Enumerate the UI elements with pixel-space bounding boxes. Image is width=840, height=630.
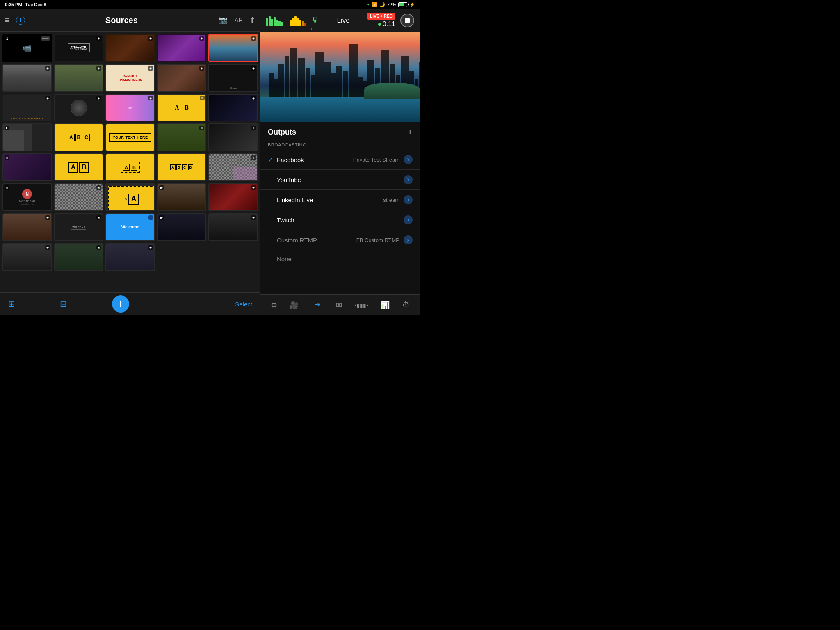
facebook-chevron[interactable]: › (404, 155, 413, 164)
facebook-detail: Private Test Stream (353, 157, 399, 163)
stop-icon (405, 18, 410, 23)
af-label[interactable]: AF (235, 17, 242, 23)
source-thumb[interactable]: ◈ (54, 94, 104, 122)
source-thumb[interactable]: 1 📹 ▬▬ (2, 34, 52, 62)
youtube-chevron[interactable]: › (404, 175, 413, 184)
output-row-youtube[interactable]: YouTube › (260, 170, 420, 190)
water (260, 97, 420, 122)
source-thumb[interactable]: ▶ (157, 183, 207, 211)
source-thumb[interactable]: ◈ (2, 64, 52, 92)
source-thumb[interactable]: B A (105, 183, 155, 211)
wifi-signal: 📶 (372, 2, 377, 7)
source-thumb[interactable]: ◈ jacy (105, 94, 155, 122)
source-thumb[interactable]: ◈ WELCOME TO THE SHOW (54, 34, 104, 62)
left-header: ≡ i Sources 📷 AF ⬆ (0, 9, 260, 32)
share-icon[interactable]: ⬆ (249, 16, 256, 25)
output-icon: ⇥ (314, 300, 320, 309)
right-panel: 🎙 Live LIVE + REC 0:11 → (260, 9, 420, 315)
output-row-twitch[interactable]: Twitch › (260, 210, 420, 230)
live-timer: 0:11 (383, 21, 395, 28)
camera-tab-icon: 🎥 (290, 301, 299, 310)
source-thumb[interactable]: ◈ (2, 153, 52, 181)
add-source-button[interactable]: + (112, 295, 129, 313)
tab-camera[interactable]: 🎥 (290, 301, 299, 310)
welcome-text: Welcome (121, 225, 139, 229)
settings-icon: ⚙ (271, 301, 277, 310)
source-thumb[interactable]: ◈ (105, 243, 155, 271)
tab-audio-viz[interactable]: ▪▮▮▮▪ (354, 302, 368, 308)
source-thumb[interactable]: ▶ (2, 123, 52, 151)
source-thumb-selected[interactable]: ◈ (208, 34, 258, 62)
left-bottom-bar: ⊞ ⊟ + Select (0, 292, 260, 315)
source-thumb[interactable]: ◈ (2, 213, 52, 241)
tab-message[interactable]: ✉ (336, 301, 342, 310)
linkedin-detail: stream (383, 197, 399, 203)
panel-title: Sources (32, 16, 212, 25)
source-thumb[interactable]: ◈ A B (157, 94, 207, 122)
linkedin-label: LinkedIn Live (277, 196, 383, 203)
skyline-preview (260, 32, 420, 122)
menu-icon[interactable]: ≡ (5, 16, 9, 25)
stop-button[interactable] (400, 14, 414, 27)
rtmp-label: Custom RTMP (277, 237, 356, 244)
vu-meter-green (266, 15, 283, 26)
tab-chart[interactable]: 📊 (381, 301, 390, 310)
facebook-label: Facebook (277, 156, 353, 163)
right-top-bar: 🎙 Live LIVE + REC 0:11 (260, 9, 420, 32)
source-thumb[interactable]: ◈ N NORAEBAR Noraebar.com (2, 183, 52, 211)
broadcasting-label: BROADCASTING (260, 142, 420, 150)
output-row-none[interactable]: None (260, 250, 420, 268)
source-thumb[interactable]: ◈ (208, 183, 258, 211)
grid-view-icon[interactable]: ⊞ (8, 299, 15, 309)
source-thumb[interactable]: A B C D (157, 153, 207, 181)
linkedin-chevron[interactable]: › (404, 195, 413, 204)
twitch-chevron[interactable]: › (404, 215, 413, 224)
source-thumb[interactable]: ◈ @jacy (208, 64, 258, 92)
source-thumb[interactable]: ◈ (54, 64, 104, 92)
info-icon[interactable]: i (16, 16, 25, 25)
select-button[interactable]: Select (235, 301, 252, 308)
sources-grid: 1 📹 ▬▬ ◈ WELCOME TO THE SHOW ◈ ◈ (0, 32, 260, 292)
source-thumb[interactable]: ◈ (54, 183, 104, 211)
battery-percent: 72% (387, 2, 396, 7)
tab-output[interactable]: ⇥ (311, 300, 324, 310)
source-thumb[interactable]: ◈ (105, 34, 155, 62)
source-thumb[interactable]: ◈ (208, 123, 258, 151)
source-thumb[interactable]: ▶ (157, 213, 207, 241)
rtmp-detail: FB Custom RTMP (356, 237, 399, 243)
output-row-linkedin[interactable]: LinkedIn Live stream › (260, 190, 420, 210)
output-row-rtmp[interactable]: Custom RTMP FB Custom RTMP › (260, 230, 420, 250)
list-view-icon[interactable]: ⊟ (60, 299, 67, 309)
arrow-indicator: → (305, 23, 314, 34)
source-thumb[interactable]: ◈ (208, 153, 258, 181)
tab-settings[interactable]: ⚙ (271, 301, 277, 310)
source-thumb[interactable]: ◈ (157, 64, 207, 92)
source-thumb[interactable]: ◈ IN-N-OUTHAMBURGERS (105, 64, 155, 92)
live-dot (378, 23, 381, 26)
source-thumb[interactable]: A B (105, 153, 155, 181)
source-thumb-your-text[interactable]: YOUR TEXT HERE (105, 123, 155, 151)
camera-icon[interactable]: 📷 (218, 16, 227, 25)
source-thumb[interactable]: A B (54, 153, 104, 181)
source-thumb[interactable]: ◈ (208, 94, 258, 122)
tab-active-bar (311, 310, 324, 310)
your-text-label: YOUR TEXT HERE (109, 133, 151, 142)
live-label: Live (324, 16, 362, 25)
tab-more[interactable]: ⏱ (402, 301, 410, 309)
source-thumb[interactable]: ◈ (208, 213, 258, 241)
source-thumb[interactable]: ◈ JUNIOR LEAGUE PLAYOFFS (2, 94, 52, 122)
rtmp-chevron[interactable]: › (404, 235, 413, 244)
source-thumb[interactable]: ◈ (2, 243, 52, 271)
output-row-facebook[interactable]: ✓ Facebook Private Test Stream › (260, 150, 420, 170)
live-rec-section: LIVE + REC 0:11 (367, 13, 395, 28)
source-thumb[interactable]: ◈ (54, 243, 104, 271)
outputs-add-button[interactable]: + (407, 127, 413, 137)
source-thumb[interactable]: ◈ (157, 34, 207, 62)
none-label: None (277, 256, 409, 262)
source-thumb[interactable]: A B C (54, 123, 104, 151)
source-thumb[interactable]: ◈ WELCOME (54, 213, 104, 241)
live-rec-badge: LIVE + REC (367, 13, 395, 20)
source-thumb[interactable]: T Welcome (105, 213, 155, 241)
source-thumb[interactable]: ◈ (157, 123, 207, 151)
audio-viz-icon: ▪▮▮▮▪ (354, 302, 368, 308)
